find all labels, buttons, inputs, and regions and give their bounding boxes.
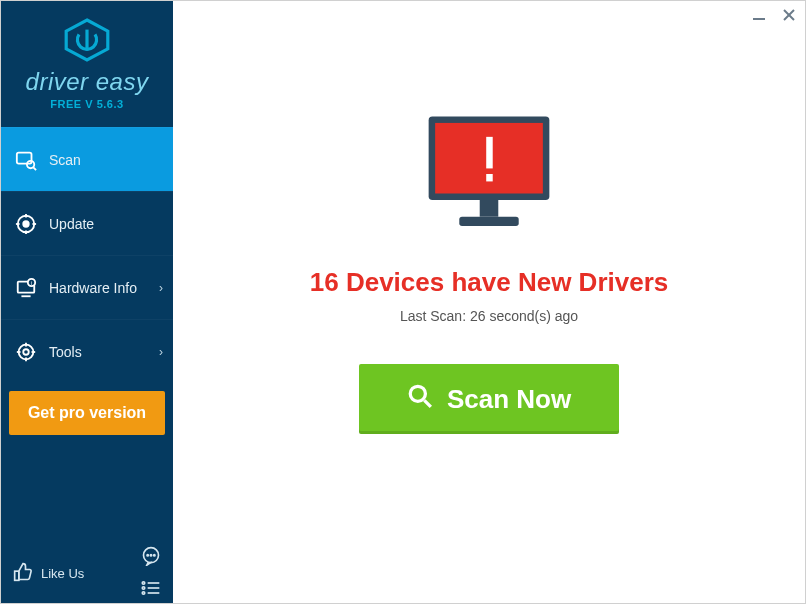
scan-icon <box>15 149 37 171</box>
sidebar-item-scan[interactable]: Scan <box>1 127 173 191</box>
svg-point-18 <box>19 344 34 359</box>
scan-now-label: Scan Now <box>447 384 571 415</box>
search-icon <box>407 383 433 416</box>
svg-rect-39 <box>486 137 493 169</box>
svg-point-26 <box>147 555 148 556</box>
nav: Scan Update <box>1 127 173 383</box>
chevron-right-icon: › <box>159 281 163 295</box>
svg-point-19 <box>23 349 29 355</box>
svg-point-41 <box>410 386 425 401</box>
svg-point-33 <box>142 592 145 595</box>
chevron-right-icon: › <box>159 345 163 359</box>
sidebar-item-label: Scan <box>49 152 81 168</box>
close-button[interactable] <box>781 7 797 23</box>
minimize-button[interactable] <box>751 7 767 23</box>
sidebar-item-update[interactable]: Update <box>1 191 173 255</box>
svg-point-28 <box>154 555 155 556</box>
footer-right <box>141 546 161 600</box>
like-us-label: Like Us <box>41 566 84 581</box>
sidebar-item-tools[interactable]: Tools › <box>1 319 173 383</box>
svg-point-9 <box>23 221 29 227</box>
svg-rect-37 <box>480 200 499 217</box>
svg-rect-38 <box>459 217 518 226</box>
version-label: FREE V 5.6.3 <box>50 98 123 110</box>
sidebar-footer: Like Us <box>1 543 173 603</box>
get-pro-button[interactable]: Get pro version <box>9 391 165 435</box>
menu-list-icon[interactable] <box>141 580 161 600</box>
svg-line-42 <box>424 400 431 407</box>
alert-monitor-icon <box>414 109 564 243</box>
logo-icon <box>63 18 111 66</box>
svg-point-29 <box>142 582 145 585</box>
headline: 16 Devices have New Drivers <box>310 267 668 298</box>
tools-icon <box>15 341 37 363</box>
sidebar: driver easy FREE V 5.6.3 Scan <box>1 1 173 603</box>
svg-point-27 <box>150 555 151 556</box>
window-controls <box>751 7 797 23</box>
svg-rect-40 <box>486 174 493 181</box>
feedback-icon[interactable] <box>141 546 161 570</box>
main-panel: 16 Devices have New Drivers Last Scan: 2… <box>173 1 805 603</box>
svg-line-7 <box>33 167 36 170</box>
app-window: driver easy FREE V 5.6.3 Scan <box>0 0 806 604</box>
svg-text:i: i <box>31 280 32 286</box>
like-us-button[interactable]: Like Us <box>13 562 84 585</box>
last-scan-text: Last Scan: 26 second(s) ago <box>400 308 578 324</box>
sidebar-item-label: Tools <box>49 344 82 360</box>
svg-point-31 <box>142 587 145 590</box>
update-icon <box>15 213 37 235</box>
logo-block: driver easy FREE V 5.6.3 <box>1 1 173 127</box>
thumbs-up-icon <box>13 562 33 585</box>
sidebar-item-label: Update <box>49 216 94 232</box>
scan-now-button[interactable]: Scan Now <box>359 364 619 434</box>
sidebar-item-hardware-info[interactable]: i Hardware Info › <box>1 255 173 319</box>
brand-name: driver easy <box>26 68 149 96</box>
svg-rect-24 <box>15 571 19 580</box>
hardware-icon: i <box>15 277 37 299</box>
get-pro-label: Get pro version <box>28 404 146 422</box>
sidebar-item-label: Hardware Info <box>49 280 137 296</box>
